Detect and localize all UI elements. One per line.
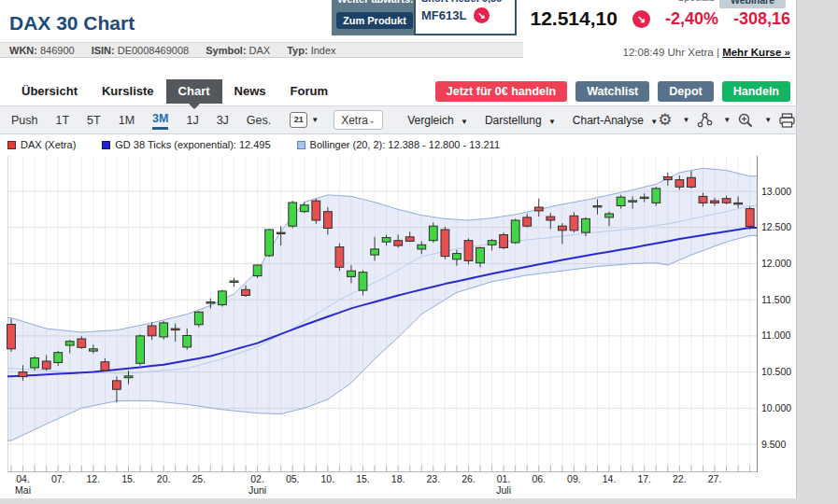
range-selector: Push1T5T1M3M1J3JGes. (11, 110, 271, 130)
page-title: DAX 30 Chart (9, 12, 135, 35)
svg-text:25.: 25. (192, 473, 206, 484)
instrument-meta: WKN:846900ISIN:DE0008469008Symbol:DAXTyp… (0, 42, 523, 58)
handeln-button[interactable]: Handeln (722, 81, 790, 102)
svg-text:Juli: Juli (496, 484, 511, 496)
tab-bar: ÜbersichtKurslisteChartNewsForum Jetzt f… (0, 79, 838, 105)
printer-icon[interactable] (778, 112, 796, 129)
legend-item: GD 38 Ticks (exponential): 12.495 (102, 139, 270, 150)
svg-text:12.000: 12.000 (761, 258, 791, 269)
svg-text:05.: 05. (286, 473, 300, 484)
calendar-icon: 21 (290, 112, 307, 128)
chevron-down-icon: ▼ (650, 118, 658, 126)
meta-item: Typ:Index (287, 45, 335, 56)
zoom-in-icon[interactable] (737, 112, 754, 129)
legend-swatch (297, 141, 305, 149)
chevron-down-icon[interactable]: ▼ (682, 116, 689, 124)
svg-text:12.: 12. (87, 473, 101, 484)
menu-vergleich[interactable]: Vergleich ▼ (407, 114, 468, 127)
ad-cta-button[interactable]: Zum Produkt (336, 12, 413, 29)
tab-forum[interactable]: Forum (278, 79, 340, 104)
specials-label: Specials (677, 0, 715, 3)
range-5t[interactable]: 5T (87, 112, 101, 129)
range-1j[interactable]: 1J (186, 112, 198, 129)
ad-product-panel[interactable]: Short Hebel 6,56 MF613L ↘ (414, 0, 517, 35)
last-price: 12.514,10 (530, 7, 617, 30)
svg-text:13.000: 13.000 (761, 186, 791, 197)
meta-label: Symbol: (206, 45, 246, 56)
menu-darstellung[interactable]: Darstellung ▼ (485, 114, 556, 127)
dax-chart-page: DAX 30 Chart WKN:846900ISIN:DE0008469008… (0, 0, 838, 504)
range-3j[interactable]: 3J (217, 112, 229, 129)
tab-kursliste[interactable]: Kursliste (90, 79, 166, 104)
legend-swatch (102, 141, 110, 149)
exchange-select[interactable]: Xetra ⌄ (334, 110, 383, 130)
chevron-down-icon[interactable]: ▼ (723, 116, 731, 124)
chart-toolbar: Push1T5T1M3M1J3JGes. 21 ▼ Xetra ⌄ Vergle… (0, 105, 838, 134)
change-percent: -2,40% (665, 9, 718, 29)
menu-chart-analyse[interactable]: Chart-Analyse ▼ (573, 114, 658, 127)
chart-legend: DAX (Xetra)GD 38 Ticks (exponential): 12… (0, 134, 796, 155)
exchange-selected-value: Xetra (341, 114, 368, 127)
quote-row: 12.514,10 ↘ -2,40% -308,16 (530, 7, 790, 30)
meta-item: ISIN:DE0008469008 (92, 45, 190, 56)
ad-product-code: MF613L (421, 8, 466, 22)
meta-label: WKN: (9, 45, 37, 56)
candlestick-chart[interactable]: 13.00012.50012.00011.50011.00010.50010.0… (0, 155, 796, 504)
svg-text:11.000: 11.000 (761, 329, 790, 341)
indicator-nodes-icon[interactable] (696, 112, 713, 129)
svg-text:18.: 18. (391, 473, 405, 484)
meta-label: Typ: (287, 45, 307, 56)
chevron-down-icon: ⌄ (368, 115, 376, 125)
svg-text:04.: 04. (16, 473, 30, 484)
quote-timestamp-row: 12:08:49 Uhr Xetra | Mehr Kurse » (623, 47, 790, 58)
svg-text:01.: 01. (497, 473, 511, 484)
change-absolute: -308,16 (733, 9, 790, 29)
svg-text:14.: 14. (603, 473, 617, 484)
svg-text:10.500: 10.500 (761, 366, 791, 377)
ad-claim-text: Weiter abwärts! (337, 0, 414, 5)
jetzt-f-r-0-handeln-button[interactable]: Jetzt für 0€ handeln (435, 81, 567, 102)
svg-text:Juni: Juni (249, 484, 266, 496)
svg-text:20.: 20. (157, 473, 171, 484)
more-quotes-link[interactable]: Mehr Kurse » (722, 47, 790, 58)
quote-timestamp: 12:08:49 Uhr Xetra | (623, 47, 719, 58)
range-push[interactable]: Push (11, 112, 38, 129)
svg-text:10.: 10. (321, 473, 335, 484)
range-3m[interactable]: 3M (152, 110, 168, 130)
watchlist-button[interactable]: Watchlist (575, 81, 649, 102)
depot-button[interactable]: Depot (658, 81, 713, 102)
webinare-button[interactable]: Webinare (719, 0, 786, 8)
svg-text:22.: 22. (673, 473, 687, 484)
calendar-range-picker[interactable]: 21 ▼ (290, 112, 319, 128)
chevron-down-icon: ▼ (461, 118, 468, 126)
range-1t[interactable]: 1T (56, 112, 70, 129)
chevron-down-icon[interactable]: ▼ (764, 116, 772, 124)
svg-text:15.: 15. (121, 473, 135, 484)
tabs: ÜbersichtKurslisteChartNewsForum (9, 79, 340, 104)
bottom-strip (0, 498, 838, 504)
svg-text:23.: 23. (426, 473, 440, 484)
chevron-down-icon: ▼ (548, 118, 556, 126)
svg-text:26.: 26. (462, 473, 476, 484)
tab--bersicht[interactable]: Übersicht (9, 79, 90, 104)
tab-chart[interactable]: Chart (166, 79, 222, 104)
svg-text:07.: 07. (51, 473, 65, 484)
settings-gear-icon[interactable]: ⚙ (658, 112, 672, 129)
legend-item: DAX (Xetra) (7, 139, 76, 150)
range-1m[interactable]: 1M (119, 112, 135, 129)
tab-news[interactable]: News (222, 79, 278, 104)
legend-item: Bollinger (20, 2): 12.388 - 12.800 - 13.… (297, 139, 500, 150)
svg-text:11.500: 11.500 (761, 294, 790, 305)
range-ges[interactable]: Ges. (247, 112, 271, 129)
meta-item: Symbol:DAX (206, 45, 270, 56)
toolbar-menus: Vergleich ▼Darstellung ▼Chart-Analyse ▼ (407, 114, 658, 127)
svg-text:09.: 09. (567, 473, 581, 484)
chart-canvas[interactable]: 13.00012.50012.00011.50011.00010.50010.0… (0, 155, 796, 504)
meta-label: ISIN: (92, 45, 115, 56)
meta-item: WKN:846900 (9, 45, 75, 56)
down-arrow-badge-icon: ↘ (632, 10, 650, 28)
action-buttons: Jetzt für 0€ handelnWatchlistDepotHandel… (435, 81, 790, 102)
svg-text:15.: 15. (356, 473, 370, 484)
svg-text:17.: 17. (637, 473, 651, 484)
ad-banner: Weiter abwärts! Zum Produkt Short Hebel … (332, 0, 517, 35)
